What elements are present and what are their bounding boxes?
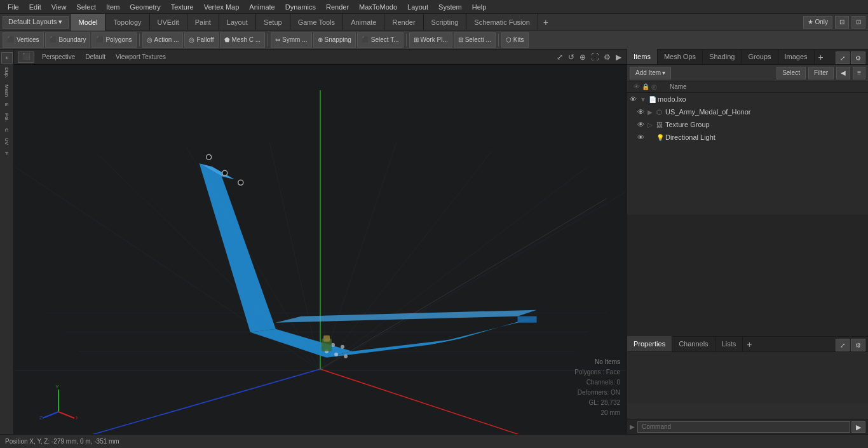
right-tab-items[interactable]: Items <box>627 49 658 64</box>
viewport-icon-play[interactable]: ▶ <box>614 53 623 62</box>
menu-dynamics[interactable]: Dynamics <box>280 2 321 12</box>
tab-topology[interactable]: Topology <box>105 14 149 31</box>
right-gear-icon[interactable]: ⚙ <box>851 51 865 64</box>
menu-select[interactable]: Select <box>71 2 101 12</box>
items-collapse-icon[interactable]: ◀ <box>836 67 850 79</box>
tool-select-verts[interactable]: ⬛ Vertices <box>3 32 44 48</box>
tab-scripting[interactable]: Scripting <box>424 14 467 31</box>
tree-item-modolxo[interactable]: 👁 ▼ 📄 modo.lxo <box>627 93 868 105</box>
props-tab-channels[interactable]: Channels <box>672 336 715 351</box>
eye-icon-4[interactable]: 👁 <box>637 133 646 141</box>
right-tab-images[interactable]: Images <box>778 49 815 64</box>
right-tab-groups[interactable]: Groups <box>742 49 778 64</box>
viewport-perspective[interactable]: Perspective <box>39 53 78 61</box>
eye-icon-1[interactable]: 👁 <box>630 95 639 103</box>
tool-selecti[interactable]: ⊟ Selecti ... <box>454 32 496 48</box>
viewport-icon-rotate[interactable]: ↺ <box>567 53 576 62</box>
tab-model[interactable]: Model <box>71 14 106 31</box>
tab-uvedit[interactable]: UVEdit <box>150 14 187 31</box>
command-bar: ▶ ▶ <box>627 419 868 434</box>
menu-vertex-map[interactable]: Vertex Map <box>199 2 245 12</box>
tool-polygons[interactable]: ⬛ Polygons <box>92 32 136 48</box>
tab-animate[interactable]: Animate <box>343 14 384 31</box>
sidebar-btn1[interactable]: ≡ <box>1 52 13 64</box>
viewport-expand-btn[interactable]: ⬛ <box>18 51 34 63</box>
menu-edit[interactable]: Edit <box>24 2 46 12</box>
props-expand-icon[interactable]: ⤢ <box>836 339 850 351</box>
tool-falloff[interactable]: ◎ Falloff <box>184 32 218 48</box>
tab-layout[interactable]: Layout <box>219 14 256 31</box>
menu-render[interactable]: Render <box>321 2 354 12</box>
svg-point-26 <box>334 353 338 356</box>
tree-item-light[interactable]: 👁 💡 Directional Light <box>627 131 868 144</box>
menu-help[interactable]: Help <box>467 2 492 12</box>
props-tab-properties[interactable]: Properties <box>627 336 672 351</box>
tool-boundary[interactable]: ⬛ Boundary <box>45 32 91 48</box>
select-button[interactable]: Select <box>776 67 806 79</box>
right-tab-meshops[interactable]: Mesh Ops <box>658 49 703 64</box>
expand-icon-4 <box>648 134 655 141</box>
tree-item-texture[interactable]: 👁 ▷ 🖼 Texture Group <box>627 118 868 131</box>
layout-icon2[interactable]: ⊡ <box>851 16 865 29</box>
sidebar-label-pol[interactable]: Pol. <box>3 111 11 125</box>
viewport-header: ⬛ Perspective Default Viewport Textures … <box>14 50 627 65</box>
add-item-button[interactable]: Add Item ▾ <box>630 67 671 79</box>
filter-button[interactable]: Filter <box>808 67 834 79</box>
tool-symmetry[interactable]: ⇔ Symm ... <box>271 32 311 48</box>
menu-texture[interactable]: Texture <box>166 2 199 12</box>
tab-render[interactable]: Render <box>384 14 423 31</box>
menu-geometry[interactable]: Geometry <box>125 2 165 12</box>
tool-workpl[interactable]: ⊞ Work Pl... <box>409 32 452 48</box>
props-tab-add[interactable]: + <box>743 337 756 351</box>
right-tabs: Items Mesh Ops Shading Groups Images + ⤢… <box>627 50 868 65</box>
sidebar-label-uv[interactable]: UV <box>3 135 11 147</box>
tool-snapping[interactable]: ⊕ Snapping <box>313 32 356 48</box>
viewport-shading[interactable]: Viewport Textures <box>113 53 168 61</box>
viewport-default[interactable]: Default <box>83 53 108 61</box>
menu-item[interactable]: Item <box>101 2 125 12</box>
menu-view[interactable]: View <box>46 2 72 12</box>
tab-paint[interactable]: Paint <box>187 14 219 31</box>
menu-layout[interactable]: Layout <box>402 2 433 12</box>
tool-select-t[interactable]: ⬛ Select T... <box>357 32 403 48</box>
expand-icon-1[interactable]: ▼ <box>640 96 648 103</box>
items-tree[interactable]: 👁 ▼ 📄 modo.lxo 👁 ▶ ⬡ US_Army_Medal_of_Ho… <box>627 93 868 215</box>
sidebar-label-f[interactable]: F <box>3 149 11 158</box>
right-tab-shading[interactable]: Shading <box>703 49 742 64</box>
sidebar-label-mesh[interactable]: Mesh <box>3 82 11 100</box>
viewport-icon-settings[interactable]: ⛶ <box>590 53 600 62</box>
sidebar-label-dup[interactable]: Dup. <box>3 65 11 81</box>
menu-system[interactable]: System <box>433 2 467 12</box>
only-button[interactable]: ★ Only <box>803 16 832 29</box>
right-tab-add[interactable]: + <box>815 50 827 64</box>
canvas-area[interactable]: No Items Polygons : Face Channels: 0 Def… <box>14 65 627 434</box>
tab-schematic-fusion[interactable]: Schematic Fusion <box>466 14 538 31</box>
viewport-icon-zoom[interactable]: ⊕ <box>578 53 587 62</box>
command-go-button[interactable]: ▶ <box>851 421 865 433</box>
command-input[interactable] <box>637 421 850 433</box>
right-expand-icon[interactable]: ⤢ <box>836 51 850 64</box>
tab-gametools[interactable]: Game Tools <box>290 14 344 31</box>
menu-file[interactable]: File <box>3 2 24 12</box>
sidebar-label-e[interactable]: E <box>3 100 11 109</box>
eye-icon-2[interactable]: 👁 <box>637 108 646 116</box>
tree-item-medal[interactable]: 👁 ▶ ⬡ US_Army_Medal_of_Honor <box>627 105 868 118</box>
menu-animate[interactable]: Animate <box>244 2 280 12</box>
tab-add-button[interactable]: + <box>538 15 553 29</box>
props-tab-lists[interactable]: Lists <box>715 336 743 351</box>
tool-action[interactable]: ◎ Action ... <box>142 32 184 48</box>
expand-icon-2[interactable]: ▶ <box>648 109 655 116</box>
menu-maxtomodo[interactable]: MaxToModo <box>354 2 402 12</box>
tool-kits[interactable]: ⬡ Kits <box>501 32 529 48</box>
layout-dropdown[interactable]: Default Layouts ▾ <box>3 16 69 29</box>
tab-setup[interactable]: Setup <box>256 14 290 31</box>
viewport-icon-frame[interactable]: ⤢ <box>555 53 564 62</box>
items-expand-icon[interactable]: ≡ <box>853 67 865 79</box>
eye-icon-3[interactable]: 👁 <box>637 121 646 128</box>
viewport-icon-gear[interactable]: ⚙ <box>602 53 612 62</box>
tool-mesh[interactable]: ⬟ Mesh C ... <box>220 32 266 48</box>
props-gear-icon[interactable]: ⚙ <box>851 339 865 351</box>
layout-icon1[interactable]: ⊡ <box>835 16 849 29</box>
sidebar-label-c[interactable]: C <box>3 126 11 135</box>
expand-icon-3[interactable]: ▷ <box>648 121 655 128</box>
